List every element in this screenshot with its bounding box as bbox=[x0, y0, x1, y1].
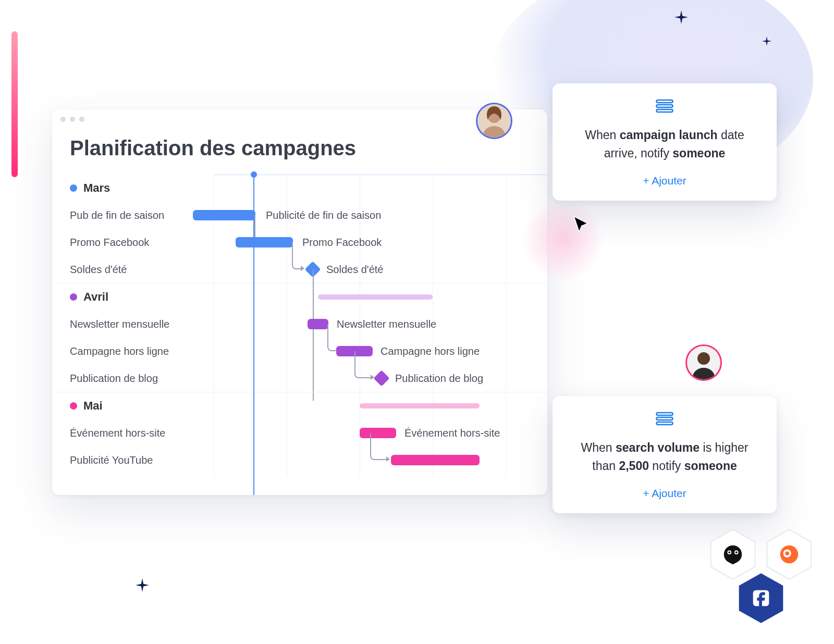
gantt-bar[interactable] bbox=[391, 455, 480, 465]
month-label: Avril bbox=[83, 290, 108, 304]
list-icon bbox=[571, 412, 758, 426]
svg-rect-4 bbox=[657, 100, 673, 103]
task-row[interactable]: Promo Facebook Promo Facebook bbox=[52, 229, 547, 256]
bar-caption: Promo Facebook bbox=[302, 237, 382, 249]
task-label: Newsletter mensuelle bbox=[70, 318, 169, 330]
gantt-section-mars: Mars Pub de fin de saison Publicité de f… bbox=[52, 175, 547, 283]
svg-rect-8 bbox=[657, 417, 673, 420]
task-label: Publicité YouTube bbox=[70, 454, 153, 466]
month-label: Mai bbox=[83, 399, 103, 413]
gantt-window: Planification des campagnes Mars Pub de … bbox=[52, 109, 547, 495]
gantt-bar[interactable] bbox=[193, 210, 255, 220]
automation-card: When campaign launch date arrive, notify… bbox=[553, 83, 777, 201]
svg-rect-5 bbox=[657, 105, 673, 107]
integration-facebook-icon[interactable] bbox=[737, 571, 785, 625]
month-dot bbox=[70, 293, 77, 301]
page-title: Planification des campagnes bbox=[52, 127, 547, 175]
task-row[interactable]: Soldes d'été Soldes d'été bbox=[52, 256, 547, 283]
gantt-bar[interactable] bbox=[308, 319, 328, 329]
bar-caption: Campagne hors ligne bbox=[381, 345, 480, 357]
pink-glow bbox=[521, 198, 605, 281]
svg-point-13 bbox=[728, 551, 730, 553]
avatar bbox=[687, 346, 720, 379]
task-label: Promo Facebook bbox=[70, 237, 149, 249]
today-marker bbox=[253, 175, 254, 495]
task-row[interactable]: Publicité YouTube bbox=[52, 447, 547, 474]
gantt-ghost-bar bbox=[360, 403, 480, 408]
bar-caption: Publication de blog bbox=[395, 373, 483, 385]
add-action-button[interactable]: + Ajouter bbox=[571, 487, 758, 500]
accent-bar bbox=[11, 31, 18, 177]
month-dot bbox=[70, 184, 77, 192]
bar-caption: Événement hors-site bbox=[404, 427, 500, 439]
month-dot bbox=[70, 402, 77, 410]
svg-point-14 bbox=[735, 551, 738, 553]
sparkle-icon bbox=[674, 10, 688, 24]
gantt-bar[interactable] bbox=[236, 237, 293, 247]
avatar bbox=[477, 104, 511, 138]
task-label: Campagne hors ligne bbox=[70, 345, 169, 357]
svg-rect-9 bbox=[657, 422, 673, 425]
task-label: Soldes d'été bbox=[70, 264, 127, 276]
task-row[interactable]: Pub de fin de saison Publicité de fin de… bbox=[52, 202, 547, 229]
sparkle-icon bbox=[762, 36, 771, 46]
gantt-section-avril: Avril Newsletter mensuelle Newsletter me… bbox=[52, 283, 547, 392]
bar-caption: Publicité de fin de saison bbox=[266, 209, 381, 221]
gantt-ghost-bar bbox=[318, 294, 433, 300]
add-action-button[interactable]: + Ajouter bbox=[571, 175, 758, 187]
task-row[interactable]: Publication de blog Publication de blog bbox=[52, 365, 547, 392]
sparkle-icon bbox=[136, 578, 149, 592]
svg-rect-7 bbox=[657, 413, 673, 415]
task-label: Événement hors-site bbox=[70, 427, 165, 439]
svg-point-3 bbox=[697, 352, 710, 365]
list-icon bbox=[571, 99, 758, 114]
svg-rect-6 bbox=[657, 109, 673, 112]
task-row[interactable]: Newsletter mensuelle Newsletter mensuell… bbox=[52, 311, 547, 338]
bar-caption: Newsletter mensuelle bbox=[337, 318, 436, 330]
gantt-section-mai: Mai Événement hors-site Événement hors-s… bbox=[52, 392, 547, 474]
svg-point-18 bbox=[785, 551, 789, 555]
task-row[interactable]: Campagne hors ligne Campagne hors ligne bbox=[52, 338, 547, 365]
automation-card: When search volume is higher than 2,500 … bbox=[553, 396, 777, 513]
bar-caption: Soldes d'été bbox=[326, 264, 383, 276]
gantt-milestone[interactable] bbox=[373, 370, 389, 386]
cursor-icon bbox=[571, 215, 592, 236]
task-label: Pub de fin de saison bbox=[70, 209, 164, 221]
task-label: Publication de blog bbox=[70, 373, 158, 385]
task-row[interactable]: Événement hors-site Événement hors-site bbox=[52, 419, 547, 447]
window-traffic-lights bbox=[52, 109, 547, 127]
automation-rule-text: When campaign launch date arrive, notify… bbox=[571, 126, 758, 162]
month-label: Mars bbox=[83, 181, 110, 195]
automation-rule-text: When search volume is higher than 2,500 … bbox=[571, 439, 758, 475]
